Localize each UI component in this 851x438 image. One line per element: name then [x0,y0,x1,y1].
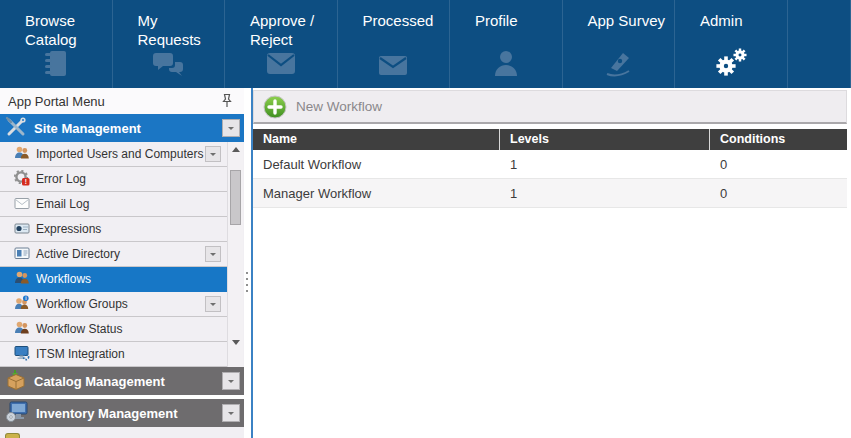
sidebar-item-expressions[interactable]: Expressions [0,217,227,242]
chevron-down-icon [228,412,234,418]
partial-item-icon [5,433,20,438]
sidebar-item-active-directory[interactable]: Active Directory [0,242,227,267]
top-nav: Browse Catalog My Requests Approve / Rej… [0,0,851,88]
new-workflow-button[interactable]: New Workflow [261,93,392,121]
sidebar-group-inventory-management[interactable]: Inventory Management [0,399,244,427]
column-header-conditions[interactable]: Conditions [710,129,847,150]
sidebar-group-site-management[interactable]: Site Management [0,114,244,142]
item-dropdown-button[interactable] [205,296,221,312]
chat-bubbles-icon [152,49,184,83]
cell-levels: 1 [500,186,710,201]
table-row-manager-workflow[interactable]: Manager Workflow 1 0 [253,179,847,208]
item-dropdown-button[interactable] [205,246,221,262]
expression-icon [14,220,30,239]
pushpin-icon[interactable] [219,93,235,109]
cell-name: Default Workflow [253,157,500,172]
sidebar-item-workflow-status[interactable]: Workflow Status [0,317,227,342]
chevron-down-icon [228,380,234,386]
chevron-down-icon [210,153,216,159]
box-icon [5,369,27,394]
table-header-row: Name Levels Conditions [253,129,847,150]
sidebar-item-email-log[interactable]: Email Log [0,192,227,217]
person-icon [492,49,520,81]
svg-text:i: i [25,296,26,301]
tab-label: Processed [338,0,450,30]
users-computers-icon [14,145,30,164]
sidebar-item-label: Imported Users and Computers [36,147,203,161]
sidebar-scrollbar[interactable] [227,142,243,367]
envelope-icon [378,53,408,81]
tab-browse-catalog[interactable]: Browse Catalog [0,0,113,88]
sidebar-group-catalog-management[interactable]: Catalog Management [0,367,244,395]
monitor-gear-icon [14,345,30,364]
monitor-disc-icon [5,401,29,426]
sidebar-item-error-log[interactable]: ! Error Log [0,167,227,192]
main-content: New Workflow Name Levels Conditions Defa… [253,88,851,438]
panel-splitter[interactable] [244,88,251,438]
tab-label: My Requests [113,0,225,49]
people-icon [14,320,30,339]
tools-icon [5,116,27,141]
workflow-toolbar: New Workflow [253,90,847,124]
sidebar-group-label: Catalog Management [34,374,165,389]
chevron-down-icon [210,303,216,309]
svg-text:!: ! [25,178,27,185]
sidebar-item-workflow-groups[interactable]: i Workflow Groups [0,292,227,317]
sidebar-header: App Portal Menu [0,88,244,114]
sidebar-title: App Portal Menu [8,94,105,109]
column-header-levels[interactable]: Levels [500,129,710,150]
splitter-grip-icon [246,272,248,292]
scroll-up-icon[interactable] [228,142,243,156]
sidebar-item-workflows[interactable]: Workflows [0,267,227,292]
sidebar-item-itsm-integration[interactable]: ITSM Integration [0,342,227,367]
envelope-open-icon [265,49,297,81]
tab-approve-reject[interactable]: Approve / Reject [225,0,338,88]
people-info-icon: i [14,295,30,314]
scroll-down-icon[interactable] [228,336,243,350]
cell-name: Manager Workflow [253,186,500,201]
chevron-down-icon [210,253,216,259]
tab-processed[interactable]: Processed [338,0,451,88]
sidebar-group-label: Site Management [34,121,141,136]
group-dropdown-button[interactable] [222,404,240,422]
chevron-down-icon [228,127,234,133]
sidebar-item-label: ITSM Integration [36,347,125,361]
sidebar-item-label: Workflow Status [36,322,122,336]
sidebar-item-label: Expressions [36,222,101,236]
pen-icon [603,49,633,81]
scrollbar-thumb[interactable] [230,170,241,225]
id-card-icon [14,245,30,264]
tab-label: Profile [450,0,562,30]
tab-label: App Survey [563,0,675,30]
table-row-default-workflow[interactable]: Default Workflow 1 0 [253,150,847,179]
tab-label: Admin [675,0,787,30]
notebook-icon [41,49,71,83]
people-icon [14,270,30,289]
column-header-name[interactable]: Name [253,129,500,150]
nav-filler [788,0,851,88]
sidebar-item-imported-users-and-computers[interactable]: Imported Users and Computers [0,142,227,167]
group-dropdown-button[interactable] [222,119,240,137]
sidebar-item-label: Error Log [36,172,86,186]
tab-app-survey[interactable]: App Survey [563,0,676,88]
cell-conditions: 0 [710,157,847,172]
tab-label: Browse Catalog [0,0,112,49]
tab-profile[interactable]: Profile [450,0,563,88]
green-plus-icon [263,95,287,119]
envelope-mini-icon [14,195,30,214]
gears-icon [714,47,748,81]
workflow-table: Name Levels Conditions Default Workflow … [253,129,847,208]
sidebar-group-label: Inventory Management [36,406,178,421]
sidebar-item-label: Workflow Groups [36,297,128,311]
group-dropdown-button[interactable] [222,372,240,390]
cell-levels: 1 [500,157,710,172]
item-dropdown-button[interactable] [205,146,221,162]
sidebar-item-label: Workflows [36,272,91,286]
tab-admin[interactable]: Admin [675,0,788,88]
tab-my-requests[interactable]: My Requests [113,0,226,88]
sidebar-items: Imported Users and Computers ! Error Log [0,142,244,367]
gear-error-icon: ! [14,170,30,189]
tab-label: Approve / Reject [225,0,337,49]
sidebar: App Portal Menu Site Management [0,88,244,438]
sidebar-item-label: Active Directory [36,247,120,261]
